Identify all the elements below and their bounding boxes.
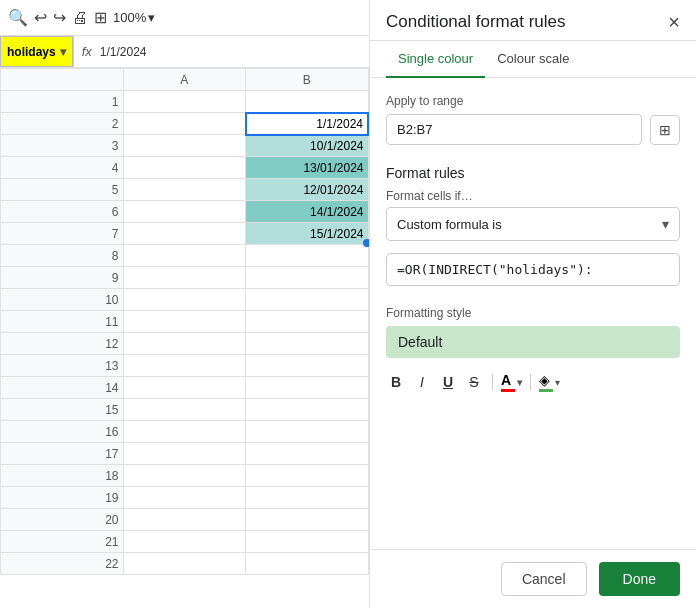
cell-a[interactable] bbox=[123, 289, 246, 311]
cell-a[interactable] bbox=[123, 311, 246, 333]
col-a-header[interactable]: A bbox=[123, 69, 246, 91]
table-row[interactable]: 2 1/1/2024 bbox=[1, 113, 369, 135]
fill-color-button[interactable]: ◈ ▾ bbox=[539, 372, 560, 392]
row-number: 9 bbox=[1, 267, 124, 289]
cell-a[interactable] bbox=[123, 531, 246, 553]
cell-b[interactable] bbox=[246, 333, 369, 355]
row-number: 20 bbox=[1, 509, 124, 531]
cell-a[interactable] bbox=[123, 267, 246, 289]
cell-a[interactable] bbox=[123, 135, 246, 157]
cell-b[interactable] bbox=[246, 289, 369, 311]
row-number: 3 bbox=[1, 135, 124, 157]
cell-a[interactable] bbox=[123, 333, 246, 355]
cell-a[interactable] bbox=[123, 245, 246, 267]
search-icon[interactable]: 🔍 bbox=[8, 8, 28, 27]
cancel-button[interactable]: Cancel bbox=[501, 562, 587, 596]
cell-b[interactable] bbox=[246, 377, 369, 399]
cell-b[interactable] bbox=[246, 311, 369, 333]
cell-b[interactable]: 1/1/2024 bbox=[246, 113, 369, 135]
text-color-button[interactable]: A ▾ bbox=[501, 372, 522, 392]
table-row[interactable]: 10 bbox=[1, 289, 369, 311]
cell-a[interactable] bbox=[123, 421, 246, 443]
undo-icon[interactable]: ↩ bbox=[34, 8, 47, 27]
cell-a[interactable] bbox=[123, 91, 246, 113]
table-row[interactable]: 7 15/1/2024 bbox=[1, 223, 369, 245]
table-row[interactable]: 9 bbox=[1, 267, 369, 289]
formula-type-dropdown[interactable]: Custom formula is ▾ bbox=[386, 207, 680, 241]
toolbar-separator bbox=[492, 374, 493, 390]
table-row[interactable]: 6 14/1/2024 bbox=[1, 201, 369, 223]
italic-button[interactable]: I bbox=[412, 372, 432, 392]
cell-a[interactable] bbox=[123, 465, 246, 487]
cell-b[interactable] bbox=[246, 443, 369, 465]
table-row[interactable]: 8 bbox=[1, 245, 369, 267]
cell-b[interactable] bbox=[246, 465, 369, 487]
table-row[interactable]: 19 bbox=[1, 487, 369, 509]
table-row[interactable]: 14 bbox=[1, 377, 369, 399]
cell-b[interactable] bbox=[246, 355, 369, 377]
cell-a[interactable] bbox=[123, 179, 246, 201]
print-icon[interactable]: 🖨 bbox=[72, 9, 88, 27]
cell-b[interactable] bbox=[246, 245, 369, 267]
bold-button[interactable]: B bbox=[386, 372, 406, 392]
table-row[interactable]: 15 bbox=[1, 399, 369, 421]
cell-b[interactable] bbox=[246, 509, 369, 531]
table-row[interactable]: 5 12/01/2024 bbox=[1, 179, 369, 201]
redo-icon[interactable]: ↪ bbox=[53, 8, 66, 27]
underline-button[interactable]: U bbox=[438, 372, 458, 392]
fill-color-arrow: ▾ bbox=[555, 377, 560, 388]
row-number: 11 bbox=[1, 311, 124, 333]
cell-a[interactable] bbox=[123, 487, 246, 509]
zoom-control[interactable]: 100% ▾ bbox=[113, 10, 155, 25]
table-row[interactable]: 21 bbox=[1, 531, 369, 553]
zoom-value: 100% bbox=[113, 10, 146, 25]
cell-b[interactable]: 13/01/2024 bbox=[246, 157, 369, 179]
cell-b[interactable] bbox=[246, 91, 369, 113]
table-row[interactable]: 3 10/1/2024 bbox=[1, 135, 369, 157]
done-button[interactable]: Done bbox=[599, 562, 680, 596]
cell-b[interactable]: 12/01/2024 bbox=[246, 179, 369, 201]
cell-a[interactable] bbox=[123, 377, 246, 399]
cell-b[interactable]: 10/1/2024 bbox=[246, 135, 369, 157]
table-row[interactable]: 22 bbox=[1, 553, 369, 575]
cell-b[interactable] bbox=[246, 267, 369, 289]
format-icon[interactable]: ⊞ bbox=[94, 8, 107, 27]
cell-name-box[interactable]: holidays ▾ bbox=[0, 36, 73, 67]
cell-a[interactable] bbox=[123, 113, 246, 135]
range-grid-icon[interactable]: ⊞ bbox=[650, 115, 680, 145]
col-b-header[interactable]: B bbox=[246, 69, 369, 91]
table-row[interactable]: 17 bbox=[1, 443, 369, 465]
table-row[interactable]: 11 bbox=[1, 311, 369, 333]
cell-b[interactable]: 14/1/2024 bbox=[246, 201, 369, 223]
table-row[interactable]: 4 13/01/2024 bbox=[1, 157, 369, 179]
cell-a[interactable] bbox=[123, 157, 246, 179]
cell-a[interactable] bbox=[123, 443, 246, 465]
close-button[interactable]: × bbox=[668, 12, 680, 32]
table-row[interactable]: 13 bbox=[1, 355, 369, 377]
cell-b[interactable] bbox=[246, 421, 369, 443]
row-number: 18 bbox=[1, 465, 124, 487]
table-row[interactable]: 16 bbox=[1, 421, 369, 443]
row-number: 1 bbox=[1, 91, 124, 113]
table-row[interactable]: 20 bbox=[1, 509, 369, 531]
strikethrough-button[interactable]: S bbox=[464, 372, 484, 392]
tab-colour-scale[interactable]: Colour scale bbox=[485, 41, 581, 78]
cell-a[interactable] bbox=[123, 223, 246, 245]
table-row[interactable]: 1 bbox=[1, 91, 369, 113]
cell-a[interactable] bbox=[123, 201, 246, 223]
cell-b[interactable] bbox=[246, 553, 369, 575]
cell-a[interactable] bbox=[123, 509, 246, 531]
table-row[interactable]: 12 bbox=[1, 333, 369, 355]
cell-b[interactable] bbox=[246, 399, 369, 421]
range-input[interactable] bbox=[386, 114, 642, 145]
cell-b[interactable] bbox=[246, 531, 369, 553]
apply-range-label: Apply to range bbox=[386, 94, 680, 108]
table-row[interactable]: 18 bbox=[1, 465, 369, 487]
cell-a[interactable] bbox=[123, 399, 246, 421]
cell-a[interactable] bbox=[123, 355, 246, 377]
tab-single-colour[interactable]: Single colour bbox=[386, 41, 485, 78]
cell-b[interactable] bbox=[246, 487, 369, 509]
cell-a[interactable] bbox=[123, 553, 246, 575]
cell-b[interactable]: 15/1/2024 bbox=[246, 223, 369, 245]
formula-input[interactable] bbox=[386, 253, 680, 286]
